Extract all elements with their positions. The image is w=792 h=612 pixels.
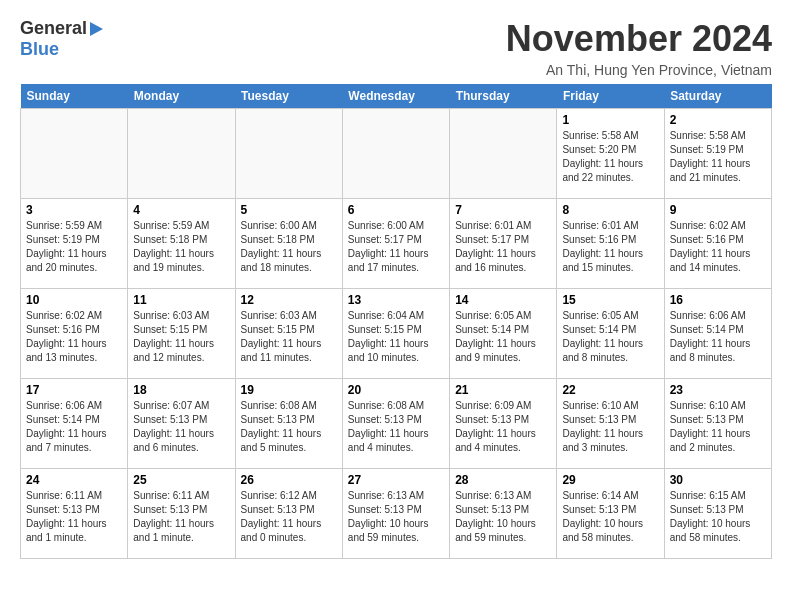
day-number: 24 [26,473,122,487]
day-number: 26 [241,473,337,487]
week-row-5: 24Sunrise: 6:11 AM Sunset: 5:13 PM Dayli… [21,469,772,559]
day-number: 12 [241,293,337,307]
day-cell: 3Sunrise: 5:59 AM Sunset: 5:19 PM Daylig… [21,199,128,289]
day-cell: 2Sunrise: 5:58 AM Sunset: 5:19 PM Daylig… [664,109,771,199]
day-info: Sunrise: 6:11 AM Sunset: 5:13 PM Dayligh… [133,489,229,545]
day-number: 15 [562,293,658,307]
day-number: 29 [562,473,658,487]
day-number: 3 [26,203,122,217]
day-cell: 16Sunrise: 6:06 AM Sunset: 5:14 PM Dayli… [664,289,771,379]
day-number: 10 [26,293,122,307]
day-number: 20 [348,383,444,397]
day-info: Sunrise: 6:11 AM Sunset: 5:13 PM Dayligh… [26,489,122,545]
col-header-wednesday: Wednesday [342,84,449,109]
logo-line2: Blue [20,39,103,60]
week-row-3: 10Sunrise: 6:02 AM Sunset: 5:16 PM Dayli… [21,289,772,379]
day-info: Sunrise: 6:07 AM Sunset: 5:13 PM Dayligh… [133,399,229,455]
day-cell: 21Sunrise: 6:09 AM Sunset: 5:13 PM Dayli… [450,379,557,469]
day-number: 7 [455,203,551,217]
day-number: 28 [455,473,551,487]
day-number: 6 [348,203,444,217]
week-row-2: 3Sunrise: 5:59 AM Sunset: 5:19 PM Daylig… [21,199,772,289]
day-cell: 19Sunrise: 6:08 AM Sunset: 5:13 PM Dayli… [235,379,342,469]
location: An Thi, Hung Yen Province, Vietnam [506,62,772,78]
day-cell: 22Sunrise: 6:10 AM Sunset: 5:13 PM Dayli… [557,379,664,469]
day-info: Sunrise: 5:59 AM Sunset: 5:19 PM Dayligh… [26,219,122,275]
day-info: Sunrise: 6:00 AM Sunset: 5:18 PM Dayligh… [241,219,337,275]
day-info: Sunrise: 6:08 AM Sunset: 5:13 PM Dayligh… [241,399,337,455]
day-info: Sunrise: 6:10 AM Sunset: 5:13 PM Dayligh… [562,399,658,455]
day-number: 16 [670,293,766,307]
calendar-table: SundayMondayTuesdayWednesdayThursdayFrid… [20,84,772,559]
day-info: Sunrise: 6:01 AM Sunset: 5:17 PM Dayligh… [455,219,551,275]
day-cell: 9Sunrise: 6:02 AM Sunset: 5:16 PM Daylig… [664,199,771,289]
day-number: 30 [670,473,766,487]
day-number: 23 [670,383,766,397]
day-cell [342,109,449,199]
page: General Blue November 2024 An Thi, Hung … [0,0,792,569]
day-number: 22 [562,383,658,397]
day-cell: 20Sunrise: 6:08 AM Sunset: 5:13 PM Dayli… [342,379,449,469]
day-cell: 5Sunrise: 6:00 AM Sunset: 5:18 PM Daylig… [235,199,342,289]
day-cell: 26Sunrise: 6:12 AM Sunset: 5:13 PM Dayli… [235,469,342,559]
day-info: Sunrise: 6:12 AM Sunset: 5:13 PM Dayligh… [241,489,337,545]
day-number: 27 [348,473,444,487]
day-cell: 4Sunrise: 5:59 AM Sunset: 5:18 PM Daylig… [128,199,235,289]
col-header-monday: Monday [128,84,235,109]
month-title: November 2024 [506,18,772,60]
day-info: Sunrise: 6:00 AM Sunset: 5:17 PM Dayligh… [348,219,444,275]
day-info: Sunrise: 6:09 AM Sunset: 5:13 PM Dayligh… [455,399,551,455]
logo: General Blue [20,18,103,59]
header-row: SundayMondayTuesdayWednesdayThursdayFrid… [21,84,772,109]
day-cell: 7Sunrise: 6:01 AM Sunset: 5:17 PM Daylig… [450,199,557,289]
day-cell [235,109,342,199]
day-info: Sunrise: 6:03 AM Sunset: 5:15 PM Dayligh… [241,309,337,365]
day-cell: 29Sunrise: 6:14 AM Sunset: 5:13 PM Dayli… [557,469,664,559]
day-cell: 14Sunrise: 6:05 AM Sunset: 5:14 PM Dayli… [450,289,557,379]
week-row-4: 17Sunrise: 6:06 AM Sunset: 5:14 PM Dayli… [21,379,772,469]
day-info: Sunrise: 6:06 AM Sunset: 5:14 PM Dayligh… [26,399,122,455]
day-info: Sunrise: 6:08 AM Sunset: 5:13 PM Dayligh… [348,399,444,455]
day-info: Sunrise: 6:10 AM Sunset: 5:13 PM Dayligh… [670,399,766,455]
header-right: November 2024 An Thi, Hung Yen Province,… [506,18,772,78]
day-cell: 24Sunrise: 6:11 AM Sunset: 5:13 PM Dayli… [21,469,128,559]
day-info: Sunrise: 6:13 AM Sunset: 5:13 PM Dayligh… [455,489,551,545]
header: General Blue November 2024 An Thi, Hung … [20,18,772,78]
day-info: Sunrise: 6:03 AM Sunset: 5:15 PM Dayligh… [133,309,229,365]
day-number: 4 [133,203,229,217]
day-cell: 11Sunrise: 6:03 AM Sunset: 5:15 PM Dayli… [128,289,235,379]
col-header-thursday: Thursday [450,84,557,109]
day-cell [450,109,557,199]
day-info: Sunrise: 6:05 AM Sunset: 5:14 PM Dayligh… [455,309,551,365]
day-number: 1 [562,113,658,127]
day-number: 9 [670,203,766,217]
day-cell: 15Sunrise: 6:05 AM Sunset: 5:14 PM Dayli… [557,289,664,379]
day-cell: 6Sunrise: 6:00 AM Sunset: 5:17 PM Daylig… [342,199,449,289]
col-header-sunday: Sunday [21,84,128,109]
day-info: Sunrise: 6:06 AM Sunset: 5:14 PM Dayligh… [670,309,766,365]
day-info: Sunrise: 6:04 AM Sunset: 5:15 PM Dayligh… [348,309,444,365]
day-number: 14 [455,293,551,307]
week-row-1: 1Sunrise: 5:58 AM Sunset: 5:20 PM Daylig… [21,109,772,199]
day-info: Sunrise: 6:01 AM Sunset: 5:16 PM Dayligh… [562,219,658,275]
day-number: 21 [455,383,551,397]
day-cell: 12Sunrise: 6:03 AM Sunset: 5:15 PM Dayli… [235,289,342,379]
day-cell: 28Sunrise: 6:13 AM Sunset: 5:13 PM Dayli… [450,469,557,559]
day-cell: 25Sunrise: 6:11 AM Sunset: 5:13 PM Dayli… [128,469,235,559]
day-cell [128,109,235,199]
day-info: Sunrise: 6:02 AM Sunset: 5:16 PM Dayligh… [670,219,766,275]
day-number: 25 [133,473,229,487]
day-number: 11 [133,293,229,307]
day-number: 19 [241,383,337,397]
day-info: Sunrise: 6:13 AM Sunset: 5:13 PM Dayligh… [348,489,444,545]
logo-line1: General [20,18,103,39]
day-cell: 13Sunrise: 6:04 AM Sunset: 5:15 PM Dayli… [342,289,449,379]
day-number: 17 [26,383,122,397]
day-number: 2 [670,113,766,127]
day-cell: 23Sunrise: 6:10 AM Sunset: 5:13 PM Dayli… [664,379,771,469]
day-number: 18 [133,383,229,397]
day-info: Sunrise: 6:15 AM Sunset: 5:13 PM Dayligh… [670,489,766,545]
day-cell: 1Sunrise: 5:58 AM Sunset: 5:20 PM Daylig… [557,109,664,199]
day-info: Sunrise: 5:59 AM Sunset: 5:18 PM Dayligh… [133,219,229,275]
day-info: Sunrise: 5:58 AM Sunset: 5:20 PM Dayligh… [562,129,658,185]
